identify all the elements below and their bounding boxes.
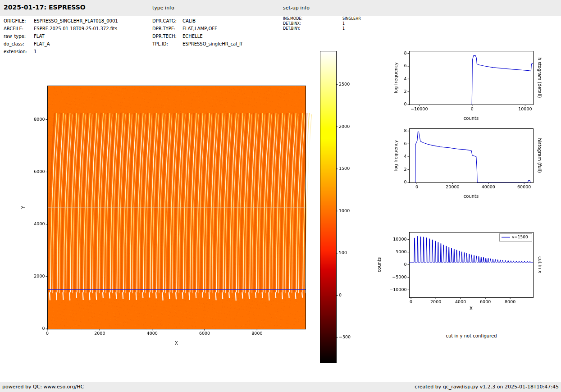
raw-frame-heatmap	[18, 81, 315, 356]
field-value: 1	[342, 26, 345, 31]
field-value: 1	[34, 48, 36, 55]
type-info-block: DPR.CATG: CALIB DPR.TYPE: FLAT,LAMP,OFF …	[152, 17, 282, 48]
histogram-detail-chart	[388, 45, 561, 126]
setup-info-row: DET.BINY: 1	[283, 26, 382, 31]
colorbar	[315, 47, 365, 369]
field-value: ECHELLE	[182, 32, 203, 40]
file-info-row: ORIGFILE: ESPRESSO_SINGLEHR_FLAT018_0001	[4, 17, 151, 25]
field-value: ESPRESSO_SINGLEHR_FLAT018_0001	[34, 17, 118, 25]
footer-bar: powered by QC: www.eso.org/HC created by…	[0, 382, 561, 392]
field-value: FLAT_A	[34, 40, 50, 48]
field-label: do_class:	[4, 40, 34, 48]
footer-left-text: powered by QC: www.eso.org/HC	[2, 382, 84, 392]
type-info-heading: type info	[152, 5, 174, 11]
type-info-row: DPR.TYPE: FLAT,LAMP,OFF	[152, 25, 282, 32]
file-info-block: ORIGFILE: ESPRESSO_SINGLEHR_FLAT018_0001…	[4, 17, 151, 55]
field-value: SINGLEHR	[342, 16, 361, 21]
file-info-row: do_class: FLAT_A	[4, 40, 151, 48]
setup-info-block: INS.MODE: SINGLEHR DET.BINX: 1 DET.BINY:…	[283, 16, 382, 31]
type-info-row: DPR.CATG: CALIB	[152, 17, 282, 25]
page-title: 2025-01-17: ESPRESSO	[4, 4, 86, 11]
file-info-row: extension: 1	[4, 48, 151, 55]
setup-info-heading: set-up info	[283, 5, 310, 11]
footer-right-text: created by qc_rawdisp.py v1.2.3 on 2025-…	[415, 382, 559, 392]
field-label: DPR.TYPE:	[152, 25, 182, 32]
type-info-row: DPR.TECH: ECHELLE	[152, 32, 282, 40]
field-label: TPL.ID:	[152, 40, 182, 48]
type-info-row: TPL.ID: ESPRESSO_singleHR_cal_ff	[152, 40, 282, 48]
file-info-row: raw_type: FLAT	[4, 32, 151, 40]
field-label: DET.BINX:	[283, 21, 342, 26]
setup-info-row: INS.MODE: SINGLEHR	[283, 16, 382, 21]
file-info-row: ARCFILE: ESPRE.2025-01-18T09:25:01.372.f…	[4, 25, 151, 32]
header-bar: 2025-01-17: ESPRESSO type info set-up in…	[0, 0, 561, 16]
field-label: raw_type:	[4, 32, 34, 40]
setup-info-row: DET.BINX: 1	[283, 21, 382, 26]
histogram-full-chart	[388, 123, 561, 204]
field-label: DPR.CATG:	[152, 17, 182, 25]
field-label: DPR.TECH:	[152, 32, 182, 40]
cut-in-x-chart	[369, 225, 561, 315]
field-value: CALIB	[182, 17, 196, 25]
field-label: ARCFILE:	[4, 25, 34, 32]
field-label: extension:	[4, 48, 34, 55]
field-value: 1	[342, 21, 345, 26]
cut-in-y-note: cut in y not configured	[392, 333, 551, 338]
qc-report-page: { "header": { "title": "2025-01-17: ESPR…	[0, 0, 561, 392]
field-value: FLAT	[34, 32, 45, 40]
field-label: INS.MODE:	[283, 16, 342, 21]
field-value: FLAT,LAMP,OFF	[182, 25, 217, 32]
field-value: ESPRE.2025-01-18T09:25:01.372.fits	[34, 25, 117, 32]
field-label: DET.BINY:	[283, 26, 342, 31]
field-label: ORIGFILE:	[4, 17, 34, 25]
field-value: ESPRESSO_singleHR_cal_ff	[182, 40, 242, 48]
